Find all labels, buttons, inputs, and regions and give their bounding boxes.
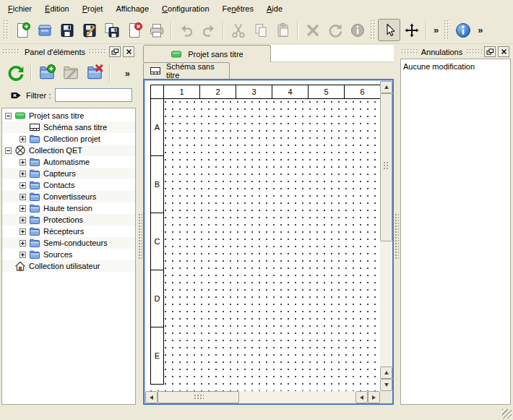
float-panel-button[interactable] bbox=[109, 46, 121, 57]
delete-button[interactable] bbox=[301, 19, 324, 41]
scrollbar-corner bbox=[380, 391, 392, 403]
element-properties-button[interactable] bbox=[346, 19, 368, 41]
toolbar-overflow-chevron[interactable]: » bbox=[430, 25, 442, 35]
menu-aide[interactable]: Aide bbox=[260, 0, 289, 17]
float-panel-button[interactable] bbox=[484, 46, 496, 57]
cut-button[interactable] bbox=[227, 19, 249, 41]
tab-projet-sans-titre[interactable]: Projet sans titre bbox=[143, 45, 271, 62]
schema-canvas[interactable]: 123456 ABCDE bbox=[145, 81, 380, 391]
close-file-button[interactable] bbox=[123, 19, 145, 41]
expand-toggle[interactable] bbox=[20, 228, 26, 235]
tree-item-protections[interactable]: Protections bbox=[2, 214, 135, 226]
new-category-button[interactable] bbox=[35, 61, 59, 85]
tree-item-contacts[interactable]: Contacts bbox=[2, 179, 135, 191]
scroll-right-button[interactable] bbox=[368, 391, 380, 403]
undo-button[interactable] bbox=[175, 19, 197, 41]
expand-toggle[interactable] bbox=[20, 217, 26, 223]
rotate-button[interactable] bbox=[324, 19, 346, 41]
tree-item-collection-qet[interactable]: Collection QET bbox=[2, 145, 135, 156]
close-panel-button[interactable] bbox=[498, 46, 509, 57]
clear-filter-icon[interactable] bbox=[10, 90, 22, 101]
tree-item-automatisme[interactable]: Automatisme bbox=[2, 156, 135, 168]
copy-button[interactable] bbox=[249, 19, 272, 41]
annulations-panel-header[interactable]: Annulations bbox=[400, 45, 511, 59]
toolbar-overflow-chevron[interactable]: » bbox=[121, 68, 134, 79]
filter-input[interactable] bbox=[55, 88, 132, 102]
menu-affichage[interactable]: Affichage bbox=[109, 0, 155, 17]
scroll-down-button[interactable] bbox=[380, 379, 392, 391]
print-icon bbox=[148, 22, 165, 39]
expand-toggle[interactable] bbox=[20, 252, 26, 258]
open-project-button[interactable] bbox=[33, 19, 56, 41]
tab-schema-sans-titre[interactable]: Schéma sans titre bbox=[143, 62, 230, 79]
tree-item-label: Sources bbox=[43, 250, 72, 259]
scroll-up-button[interactable] bbox=[380, 81, 392, 93]
paste-button[interactable] bbox=[272, 19, 294, 41]
pan-mode-button[interactable] bbox=[400, 19, 423, 41]
tree-item-sources[interactable]: Sources bbox=[2, 249, 135, 260]
save-all-button[interactable] bbox=[100, 19, 123, 41]
expand-toggle[interactable] bbox=[5, 147, 12, 154]
tree-item-projet-sans-titre[interactable]: Projet sans titre bbox=[2, 110, 135, 121]
project-icon bbox=[171, 48, 182, 60]
tree-item-haute-tension[interactable]: Haute tension bbox=[2, 202, 135, 214]
expand-toggle[interactable] bbox=[20, 159, 26, 166]
select-mode-button[interactable] bbox=[378, 19, 400, 41]
scroll-left-button-right[interactable] bbox=[355, 391, 368, 403]
expand-toggle[interactable] bbox=[20, 194, 26, 200]
tree-item-convertisseurs[interactable]: Convertisseurs bbox=[2, 191, 135, 202]
project-icon bbox=[14, 110, 26, 121]
row-header-d: D bbox=[150, 270, 164, 327]
panel-drag-grip[interactable] bbox=[3, 49, 20, 55]
elements-panel-header[interactable]: Panel d'éléments bbox=[1, 45, 136, 59]
toolbar-handle[interactable] bbox=[4, 20, 9, 40]
print-button[interactable] bbox=[145, 19, 168, 41]
left-splitter[interactable] bbox=[137, 44, 143, 406]
folder-icon bbox=[29, 237, 40, 249]
expand-toggle[interactable] bbox=[20, 171, 26, 177]
tree-item-label: Contacts bbox=[43, 181, 74, 189]
vertical-scrollbar[interactable] bbox=[380, 81, 392, 391]
save-as-button[interactable] bbox=[78, 19, 100, 41]
toolbar-handle[interactable] bbox=[371, 20, 376, 40]
panel-drag-grip[interactable] bbox=[90, 49, 107, 55]
panel-drag-grip[interactable] bbox=[467, 49, 482, 55]
menu-fichier[interactable]: Fichier bbox=[1, 0, 38, 17]
menu-edition[interactable]: Édition bbox=[38, 0, 76, 17]
menu-projet[interactable]: Projet bbox=[76, 0, 110, 17]
menu-fenetres[interactable]: Fenêtres bbox=[216, 0, 260, 17]
toolbar-handle[interactable] bbox=[444, 20, 449, 40]
save-button[interactable] bbox=[56, 19, 78, 41]
tree-item-recepteurs[interactable]: Récepteurs bbox=[2, 226, 135, 237]
scroll-up-button-bottom[interactable] bbox=[380, 367, 392, 379]
horizontal-scrollbar[interactable] bbox=[145, 391, 380, 403]
expand-toggle[interactable] bbox=[5, 113, 12, 119]
menu-configuration[interactable]: Configuration bbox=[155, 0, 215, 17]
expand-toggle[interactable] bbox=[20, 240, 26, 247]
diagram-info-button[interactable] bbox=[452, 19, 474, 41]
tree-item-semi-conducteurs[interactable]: Semi-conducteurs bbox=[2, 237, 135, 249]
file-new-icon bbox=[14, 22, 31, 39]
new-project-button[interactable] bbox=[11, 19, 33, 41]
scroll-left-button[interactable] bbox=[145, 391, 158, 403]
delete-category-button[interactable] bbox=[82, 61, 106, 85]
tree-item-collection-projet[interactable]: Collection projet bbox=[2, 133, 135, 145]
edit-category-button[interactable] bbox=[59, 61, 82, 85]
toolbar-overflow-chevron[interactable]: » bbox=[474, 25, 486, 35]
tree-item-schema-sans-titre[interactable]: Schéma sans titre bbox=[2, 121, 135, 133]
expand-toggle[interactable] bbox=[20, 136, 26, 142]
reload-collections-button[interactable] bbox=[4, 61, 27, 85]
tree-item-collection-utilisateur[interactable]: Collection utilisateur bbox=[2, 260, 135, 272]
panel-drag-grip[interactable] bbox=[402, 49, 417, 55]
close-panel-button[interactable] bbox=[123, 46, 134, 57]
redo-button[interactable] bbox=[197, 19, 220, 41]
expand-toggle[interactable] bbox=[20, 182, 26, 189]
undo-history-item[interactable]: Aucune modification bbox=[403, 61, 508, 72]
elements-panel: Panel d'éléments » Filtrer : Projet sans… bbox=[0, 44, 137, 406]
window-resize-grip[interactable] bbox=[502, 409, 512, 419]
tree-item-capteurs[interactable]: Capteurs bbox=[2, 168, 135, 179]
expand-toggle[interactable] bbox=[20, 205, 26, 212]
right-splitter[interactable] bbox=[394, 44, 400, 406]
vertical-scroll-thumb[interactable] bbox=[380, 93, 392, 241]
horizontal-scroll-thumb[interactable] bbox=[158, 391, 239, 403]
